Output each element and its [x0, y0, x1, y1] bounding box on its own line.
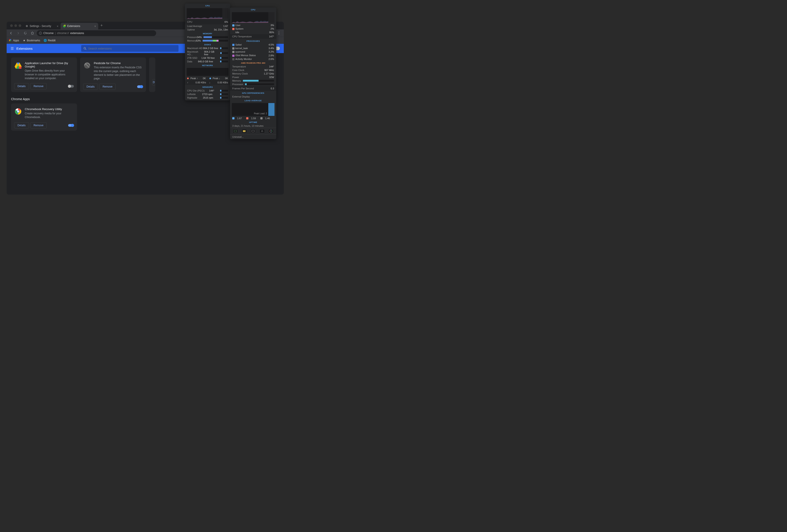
minimize-window-button[interactable]: [14, 24, 17, 27]
gpu-power-label: Power: [232, 76, 239, 79]
back-button[interactable]: [8, 30, 14, 36]
load-avg-1: 1.67: [237, 117, 242, 119]
extension-card-pesticide: Pesticide for Chrome This extension inse…: [80, 58, 146, 92]
app-dot-icon: [232, 47, 234, 49]
peak-up-label: Peak ↑: [190, 77, 198, 80]
fps-value: 0.3: [271, 87, 274, 90]
bookmark-reddit[interactable]: 🌐 Reddit: [44, 39, 56, 42]
hamburger-menu-icon[interactable]: ☰: [10, 46, 14, 51]
network-graph[interactable]: [187, 68, 229, 76]
apps-icon: [9, 39, 12, 42]
bookmark-apps[interactable]: Apps: [9, 39, 19, 42]
site-info-icon[interactable]: i: [39, 31, 42, 35]
sensor-bar: [220, 97, 228, 98]
load-avg-value: 1.67: [224, 25, 228, 27]
cpu-idle-value: 95%: [269, 31, 274, 34]
processes-header: PROCESSES: [230, 39, 276, 43]
cpu-label: CPU: [187, 21, 192, 23]
remove-button[interactable]: Remove: [30, 83, 47, 89]
remove-button[interactable]: Remove: [30, 122, 47, 129]
close-tab-icon[interactable]: ×: [57, 25, 58, 28]
sensor-name: Leftside: [187, 93, 196, 95]
app-toggle[interactable]: [68, 124, 74, 127]
bookmark-label: Bookmarks: [27, 39, 40, 42]
la1-dot-icon: [232, 117, 234, 119]
uninstall-button[interactable]: Uninstall...: [230, 134, 276, 139]
mode-button-2[interactable]: [241, 129, 247, 133]
reload-button[interactable]: [23, 30, 28, 36]
svg-point-6: [84, 47, 86, 49]
extension-icon: [83, 62, 91, 69]
cpu-idle-label: Idle: [232, 31, 239, 34]
process-name: kernel_task: [235, 47, 248, 49]
tab-label: Extensions: [67, 25, 80, 28]
process-value: 2.6%: [269, 58, 274, 60]
details-button[interactable]: Details: [14, 122, 29, 129]
sensor-bar: [220, 90, 228, 91]
close-tab-icon[interactable]: ×: [94, 25, 96, 28]
home-button[interactable]: [30, 30, 35, 36]
gpu-dependency: External Display: [232, 95, 250, 98]
la2-dot-icon: [246, 117, 249, 119]
system-dot-icon: [232, 28, 234, 30]
up-arrow-icon: ↑: [187, 81, 189, 84]
details-button[interactable]: Details: [83, 84, 98, 90]
gpu-temp-label: Temperature: [232, 65, 246, 68]
gpu-header: AMD RADEON PRO 460: [230, 61, 276, 65]
mode-button-4[interactable]: [259, 129, 265, 133]
extension-name: Application Launcher for Drive (by Googl…: [25, 62, 74, 68]
disk-value: 904.2 GB free: [203, 47, 218, 49]
uptime-value: 3 days, 21 hours, 13 minutes: [232, 125, 263, 127]
search-extensions-box[interactable]: [81, 45, 178, 52]
pressure-label: Pressure: [187, 36, 197, 39]
cpu-header: CPU: [230, 7, 276, 12]
svg-rect-2: [9, 39, 10, 40]
tab-settings-security[interactable]: ⚙ Settings - Security ×: [23, 23, 61, 29]
search-input[interactable]: [88, 47, 176, 50]
bookmark-bookmarks[interactable]: ★ Bookmarks: [23, 39, 40, 42]
tab-label: Settings - Security: [30, 25, 51, 28]
omnibox[interactable]: i Chrome | chrome://extensions: [37, 30, 156, 36]
cpu-graph[interactable]: [232, 12, 275, 23]
new-tab-button[interactable]: +: [98, 23, 105, 28]
sensor-name: CPU Die (PECI): [187, 89, 205, 92]
memory-value: 63%: [196, 39, 201, 42]
svg-rect-3: [10, 39, 11, 40]
process-value: 4.5%: [269, 43, 274, 46]
tab-extensions[interactable]: 🧩 Extensions ×: [61, 23, 98, 29]
gpu-dependencies-header: GPU DEPENDENCIES: [230, 91, 276, 95]
download-rate: 0.00 KB/s: [217, 81, 228, 84]
istat-panel-summary: CPU CPU6% Load Average1.67 Uptime3d, 21h…: [185, 3, 230, 101]
app-name: Chromebook Recovery Utility: [25, 108, 74, 111]
extension-description: This extension inserts the Pesticide CSS…: [94, 66, 143, 81]
remove-button[interactable]: Remove: [99, 84, 116, 90]
load-avg-label: Load Average: [187, 25, 202, 27]
svg-line-7: [85, 49, 86, 50]
close-window-button[interactable]: [10, 24, 13, 27]
mode-button-1[interactable]: [233, 129, 238, 133]
cpu-graph[interactable]: [187, 8, 229, 19]
app-card-recovery-utility: Chromebook Recovery Utility Create recov…: [11, 104, 77, 131]
omnibox-path: extensions: [70, 31, 84, 35]
puzzle-icon: 🧩: [63, 25, 66, 28]
load-average-graph[interactable]: Peak Load: 2: [232, 103, 275, 116]
mode-button-5[interactable]: [268, 129, 274, 133]
globe-icon: 🌐: [44, 39, 47, 42]
disk-name: Macintosh HD...: [187, 50, 204, 56]
forward-button[interactable]: [16, 30, 21, 36]
extension-toggle[interactable]: [137, 85, 143, 88]
process-value: 2.8%: [269, 54, 274, 57]
mode-button-3[interactable]: [250, 129, 256, 133]
omnibox-domain: Chrome: [43, 31, 54, 35]
search-icon: [83, 47, 86, 50]
maximize-window-button[interactable]: [19, 24, 21, 27]
istat-panel-detail: CPU User3% System2% Idle95% CPU Temperat…: [230, 7, 276, 139]
details-button[interactable]: Details: [14, 83, 29, 89]
details-button[interactable]: D: [152, 79, 155, 85]
process-name: iStat Menus Status: [235, 54, 256, 57]
gpu-memory-label: Memory: [232, 80, 241, 82]
download-dot-icon: [210, 77, 211, 79]
extension-toggle[interactable]: [68, 85, 74, 88]
svg-rect-18: [243, 130, 246, 132]
chrome-menu-icon[interactable]: ⋮: [276, 31, 282, 35]
